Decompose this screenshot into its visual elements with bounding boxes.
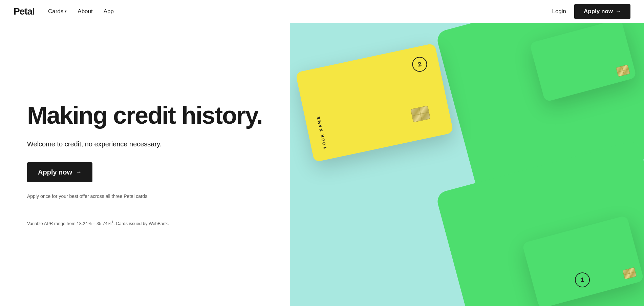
hero-footnote: Variable APR range from 18.24% – 35.74%1… [27,220,270,226]
arrow-icon: → [76,169,82,176]
hero-right: 2 YOUR NAME 1 [290,23,644,306]
hero-heading: Making credit history. [27,103,270,128]
navbar: Petal Cards ▾ About App Login Apply now … [0,0,644,23]
chip-icon [616,64,630,77]
card-badge-yellow: 2 [411,56,428,73]
nav-apply-button[interactable]: Apply now → [574,4,630,19]
card-name-label: YOUR NAME [316,115,327,149]
nav-link-about[interactable]: About [78,8,92,15]
hero-left: Making credit history. Welcome to credit… [0,23,290,306]
arrow-icon: → [616,8,621,15]
card-yellow-inner: 2 YOUR NAME [306,53,443,152]
nav-link-app[interactable]: App [104,8,114,15]
card-badge-green-bottom: 1 [575,272,590,287]
hero-disclaimer: Apply once for your best offer across al… [27,193,270,200]
nav-links: Cards ▾ About App [48,8,114,15]
hero-section: Making credit history. Welcome to credit… [0,0,644,306]
hero-apply-button[interactable]: Apply now → [27,162,92,182]
nav-link-cards[interactable]: Cards ▾ [48,8,67,15]
cards-scene: 2 YOUR NAME 1 [290,23,644,306]
hero-subtext: Welcome to credit, no experience necessa… [27,139,270,149]
card-yellow: 2 YOUR NAME [295,43,453,162]
nav-right: Login Apply now → [552,4,630,19]
chevron-down-icon: ▾ [65,9,67,14]
login-link[interactable]: Login [552,8,566,15]
card-chip-yellow [410,106,430,123]
logo[interactable]: Petal [14,6,35,17]
nav-left: Petal Cards ▾ About App [14,6,114,17]
chip-icon-bottom [622,267,637,279]
